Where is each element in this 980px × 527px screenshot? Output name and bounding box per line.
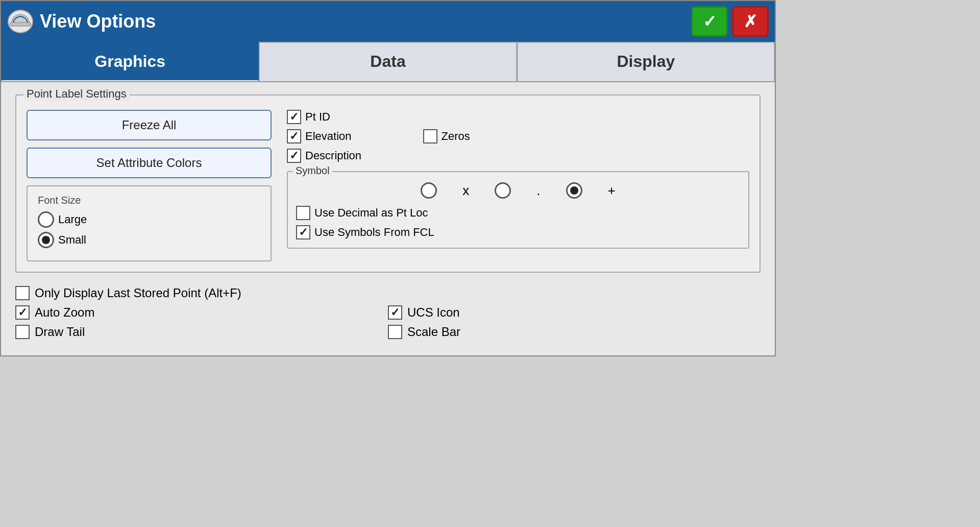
svg-rect-1 — [10, 22, 31, 26]
window-title: View Options — [40, 11, 156, 32]
elevation-zeros-row: Elevation Zeros — [287, 129, 749, 143]
draw-tail-row: Draw Tail — [15, 325, 388, 339]
title-bar: View Options ✓ ✗ — [1, 1, 775, 42]
scale-bar-label: Scale Bar — [407, 325, 460, 339]
content-area: Point Label Settings Freeze All Set Attr… — [1, 82, 775, 355]
use-decimal-checkbox[interactable] — [296, 206, 310, 220]
description-row: Description — [287, 149, 749, 163]
font-size-box: Font Size Large Small — [27, 185, 272, 261]
title-left: View Options — [7, 8, 156, 35]
main-window: View Options ✓ ✗ Graphics Data Display P… — [0, 0, 776, 356]
bottom-options: Only Display Last Stored Point (Alt+F) A… — [15, 282, 761, 343]
scale-bar-row: Scale Bar — [388, 325, 761, 339]
draw-tail-checkbox[interactable] — [15, 325, 30, 339]
symbol-x-label: x — [462, 183, 469, 199]
auto-zoom-label: Auto Zoom — [35, 305, 94, 320]
point-label-group-label: Point Label Settings — [23, 87, 130, 101]
tab-display[interactable]: Display — [517, 42, 775, 81]
drawtail-scalebar-row: Draw Tail Scale Bar — [15, 325, 761, 339]
ptid-checkbox[interactable] — [287, 110, 301, 124]
symbol-dot-label: . — [536, 183, 540, 199]
auto-zoom-row: Auto Zoom — [15, 305, 388, 320]
autozoom-ucs-row: Auto Zoom UCS Icon — [15, 305, 761, 320]
elevation-label: Elevation — [305, 130, 352, 143]
point-label-content: Freeze All Set Attribute Colors Font Siz… — [27, 110, 749, 261]
description-label: Description — [305, 149, 361, 162]
symbol-plus-radio[interactable] — [566, 182, 582, 199]
font-size-label: Font Size — [38, 195, 260, 206]
symbol-x-radio[interactable] — [421, 182, 437, 199]
ptid-row: Pt ID — [287, 110, 330, 124]
font-size-large-row: Large — [38, 211, 260, 228]
symbol-group: Symbol x . + Use Decimal as Pt Loc — [287, 171, 749, 249]
ucs-icon-label: UCS Icon — [407, 305, 460, 320]
left-pane: Freeze All Set Attribute Colors Font Siz… — [27, 110, 272, 261]
right-pane: Pt ID Elevation Zeros — [287, 110, 749, 261]
ucs-icon-checkbox[interactable] — [388, 305, 402, 320]
only-display-checkbox[interactable] — [15, 286, 30, 300]
point-label-settings-group: Point Label Settings Freeze All Set Attr… — [15, 94, 761, 273]
cancel-button[interactable]: ✗ — [732, 6, 769, 37]
use-symbols-row: Use Symbols From FCL — [296, 225, 740, 239]
elevation-row: Elevation — [287, 129, 352, 143]
symbol-dot-radio[interactable] — [495, 182, 511, 199]
tab-graphics[interactable]: Graphics — [1, 42, 259, 81]
symbol-radios: x . + — [296, 182, 740, 199]
use-decimal-label: Use Decimal as Pt Loc — [314, 206, 428, 220]
font-size-large-label: Large — [58, 213, 87, 226]
tab-bar: Graphics Data Display — [1, 42, 775, 82]
use-symbols-label: Use Symbols From FCL — [314, 226, 434, 239]
zeros-checkbox[interactable] — [423, 129, 437, 143]
symbol-plus-label: + — [608, 183, 616, 199]
tab-data[interactable]: Data — [259, 42, 517, 81]
description-checkbox[interactable] — [287, 149, 301, 163]
draw-tail-label: Draw Tail — [35, 325, 85, 339]
zeros-label: Zeros — [442, 130, 470, 143]
title-buttons: ✓ ✗ — [691, 6, 769, 37]
auto-zoom-checkbox[interactable] — [15, 305, 30, 320]
ptid-label: Pt ID — [305, 110, 330, 124]
font-size-small-row: Small — [38, 232, 260, 248]
ucs-icon-row: UCS Icon — [388, 305, 761, 320]
scale-bar-checkbox[interactable] — [388, 325, 402, 339]
use-decimal-row: Use Decimal as Pt Loc — [296, 206, 740, 220]
ptid-zeros-row: Pt ID — [287, 110, 749, 124]
helmet-icon — [7, 8, 34, 35]
only-display-label: Only Display Last Stored Point (Alt+F) — [35, 286, 241, 300]
font-size-small-label: Small — [58, 233, 86, 247]
elevation-checkbox[interactable] — [287, 129, 301, 143]
ok-button[interactable]: ✓ — [691, 6, 728, 37]
freeze-all-button[interactable]: Freeze All — [27, 110, 272, 140]
symbol-group-label: Symbol — [293, 165, 332, 177]
font-size-large-radio[interactable] — [38, 211, 54, 228]
zeros-row: Zeros — [423, 129, 470, 143]
use-symbols-checkbox[interactable] — [296, 225, 310, 239]
set-attr-colors-button[interactable]: Set Attribute Colors — [27, 148, 272, 178]
font-size-small-radio[interactable] — [38, 232, 54, 248]
only-display-row: Only Display Last Stored Point (Alt+F) — [15, 286, 761, 300]
